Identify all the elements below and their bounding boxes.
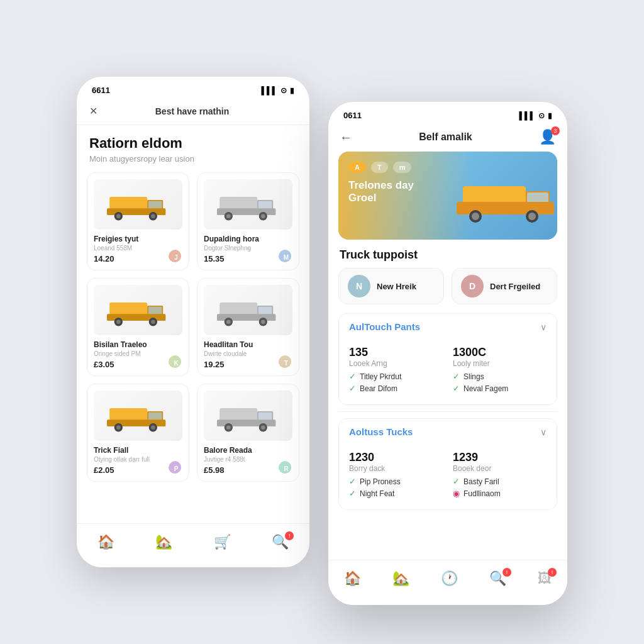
driver-cards: N New Hreik D Dert Frgeiled [328, 268, 567, 313]
front-header-title: Belf amalik [419, 131, 472, 143]
front-battery-icon: ▮ [548, 111, 552, 120]
svg-point-7 [151, 214, 155, 218]
back-nav-home[interactable]: 🏠 [97, 534, 114, 550]
front-header: ← Belf amalik 👤 3 [328, 125, 567, 152]
truck-name-2: Bisilan Traeleo [94, 340, 182, 349]
truck-image-1 [204, 179, 292, 230]
truck-avatar-5: R [277, 460, 292, 475]
truck-name-5: Balore Reada [204, 446, 292, 455]
acc-grid-1: 1230 Borry dack ✓Pip Proness✓Night Feat … [349, 451, 547, 501]
truck-avatar-0: J [167, 248, 182, 264]
acc-right-1: 1239 Booek deor ✓Basty Faril◉Fudllinaom [453, 451, 547, 501]
svg-point-13 [226, 214, 231, 218]
acc-left-label-1: Borry dack [349, 464, 443, 473]
truck-card[interactable]: Trick Fiall Otying otlak darr full £2.05… [87, 384, 189, 482]
back-nav-search[interactable]: 🔍 ! [272, 534, 289, 550]
front-bottom-nav: 🏠 🏡 🕐 🔍 ! 🖼 ! [328, 560, 567, 605]
front-nav-house[interactable]: 🏡 [392, 570, 409, 587]
accordion-0: AulTouch Pants ∨ 135 Looek Arng ✓Titley … [338, 313, 557, 405]
truck-card[interactable]: Bisilan Traeleo Oringe sided PM £3.05 K [87, 278, 189, 376]
accordions-container: AulTouch Pants ∨ 135 Looek Arng ✓Titley … [328, 313, 567, 510]
svg-rect-26 [258, 307, 272, 315]
instagram-icon: ◉ [453, 489, 460, 498]
truck-card[interactable]: Headlitan Tou Dwirte cloudale 19.25 T [197, 278, 299, 376]
driver-avatar-1: D [461, 275, 484, 297]
svg-point-55 [528, 213, 536, 220]
front-time: 0611 [343, 111, 362, 120]
svg-point-45 [226, 425, 231, 430]
svg-rect-34 [148, 413, 162, 421]
driver-avatar-0: N [348, 275, 370, 297]
notification-icon[interactable]: 👤 3 [539, 129, 556, 145]
front-nav-home[interactable]: 🏠 [344, 570, 361, 587]
accordion-header-1[interactable]: Aoltuss Tucks ∨ [339, 419, 557, 445]
check-icon: ✓ [349, 477, 356, 486]
svg-rect-2 [148, 201, 162, 209]
acc-right-label-0: Looly miter [453, 359, 547, 368]
svg-point-21 [116, 319, 121, 324]
check-item: ✓Bear Difom [349, 384, 443, 393]
front-nav-gallery[interactable]: 🖼 ! [538, 570, 552, 587]
front-nav-search[interactable]: 🔍 ! [489, 570, 506, 587]
back-status-bar: 6611 ▌▌▌ ⊙ ▮ [77, 77, 309, 100]
svg-point-15 [261, 214, 265, 218]
accordion-title-1: Aoltuss Tucks [349, 426, 413, 437]
close-icon[interactable]: ✕ [89, 105, 97, 117]
check-item: ✓Pip Proness [349, 477, 443, 486]
driver-card-1[interactable]: D Dert Frgeiled [452, 268, 557, 304]
front-wifi-icon: ⊙ [538, 111, 545, 120]
truck-grid: Freigies tyut Loeand 558M 14.20 J Dupald… [77, 172, 309, 482]
back-wifi-icon: ⊙ [280, 86, 287, 95]
accordion-divider [338, 411, 557, 412]
acc-left-number-0: 135 [349, 346, 443, 359]
truck-avatar-1: M [277, 248, 292, 264]
driver-card-0[interactable]: N New Hreik [338, 268, 444, 304]
hero-tab-m[interactable]: m [393, 162, 412, 173]
acc-grid-0: 135 Looek Arng ✓Titley Pkrdut✓Bear Difom… [349, 346, 547, 396]
acc-right-0: 1300C Looly miter ✓Slings✓Neval Fagem [453, 346, 547, 396]
acc-right-label-1: Booek deor [453, 464, 547, 473]
check-icon: ✓ [349, 489, 356, 498]
check-label: Bear Difom [360, 384, 397, 393]
svg-point-23 [151, 319, 155, 324]
svg-point-29 [226, 319, 231, 324]
check-label: Night Feat [360, 489, 394, 498]
truck-name-4: Trick Fiall [94, 446, 182, 455]
svg-rect-18 [148, 307, 162, 315]
check-icon: ✓ [349, 372, 356, 381]
back-button[interactable]: ← [340, 130, 352, 145]
check-item: ✓Basty Faril [453, 477, 547, 486]
front-nav-search-badge: ! [502, 568, 511, 577]
truck-image-0 [94, 179, 182, 230]
accordion-chevron-1: ∨ [540, 427, 547, 437]
back-nav-house[interactable]: 🏡 [155, 534, 172, 550]
truck-avatar-2: K [167, 354, 182, 369]
driver-name-0: New Hreik [377, 282, 416, 291]
accordion-header-0[interactable]: AulTouch Pants ∨ [339, 314, 557, 340]
back-nav-badge: ! [285, 531, 294, 540]
section-title-row: Truck tuppoist [328, 240, 567, 268]
svg-point-47 [261, 425, 265, 430]
truck-card[interactable]: Dupalding hora Dogtor Slnephng 15.35 M [197, 172, 299, 270]
notif-badge: 3 [551, 126, 560, 135]
truck-image-5 [204, 391, 292, 441]
back-page-subtitle: Moin atugyersropy lear usion [77, 154, 309, 172]
accordion-title-0: AulTouch Pants [349, 321, 420, 332]
check-item: ✓Neval Fagem [453, 384, 547, 393]
acc-right-number-0: 1300C [453, 346, 547, 359]
hero-tab-a[interactable]: A [348, 162, 366, 173]
hero-truck [431, 152, 557, 240]
truck-card[interactable]: Freigies tyut Loeand 558M 14.20 J [87, 172, 189, 270]
check-item: ✓Night Feat [349, 489, 443, 498]
front-nav-clock[interactable]: 🕐 [441, 570, 458, 587]
driver-name-1: Dert Frgeiled [490, 282, 540, 291]
back-nav-cart[interactable]: 🛒 [214, 534, 231, 550]
accordion-chevron-0: ∨ [540, 322, 547, 332]
hero-tab-t[interactable]: T [371, 162, 388, 173]
truck-card[interactable]: Balore Reada Juvtige r4 588t £5.98 R [197, 384, 299, 482]
svg-point-37 [116, 425, 121, 430]
acc-right-number-1: 1239 [453, 451, 547, 464]
check-label: Titley Pkrdut [360, 372, 401, 381]
front-status-bar: 0611 ▌▌▌ ⊙ ▮ [328, 102, 567, 125]
truck-avatar-3: T [277, 354, 292, 369]
